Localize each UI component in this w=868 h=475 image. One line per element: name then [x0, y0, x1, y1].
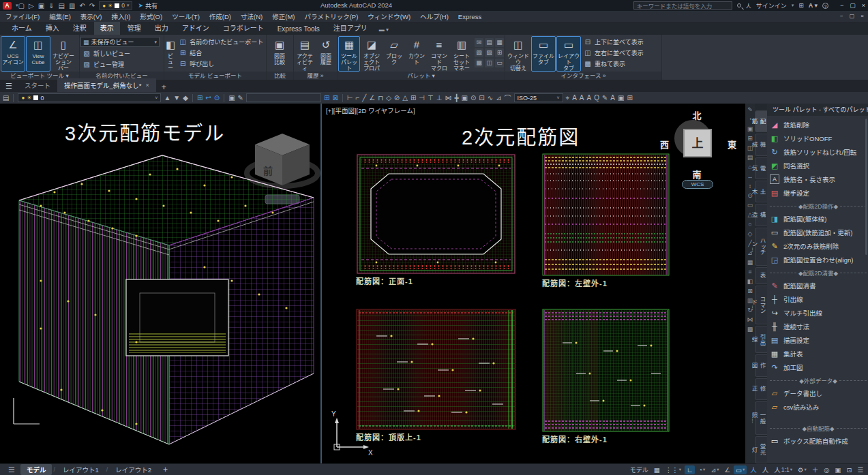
ribbon-button[interactable]: ▧新しいビュー [80, 48, 160, 59]
ribbon-panel-label[interactable]: 履歴 » [294, 72, 337, 80]
dock-icon[interactable]: ▦ [747, 259, 753, 266]
ribbon-button[interactable]: ▨ビュー管理 [80, 59, 160, 70]
dim-style-combo[interactable]: ISO-25˅ [514, 93, 563, 102]
viewcube-east[interactable]: 東 [728, 138, 736, 151]
text-toolbar-icon[interactable]: A [580, 94, 584, 102]
toolbar-icon[interactable]: ↩ [205, 94, 211, 102]
ribbon-mini-icon[interactable]: ▨ [485, 48, 494, 57]
viewport-controls[interactable]: [+][平面図][2D ワイヤフレーム] [326, 106, 415, 115]
block-button[interactable]: ▱ブロック [383, 36, 405, 72]
view-combo[interactable]: ▦未保存のビュー▾ [80, 37, 160, 47]
autoscale-icon[interactable]: 人 [760, 464, 771, 475]
viewcube-top-face[interactable]: 上 [683, 129, 712, 157]
rebar-drawing-top-slab[interactable] [356, 309, 516, 430]
space-tab-モデル[interactable]: モデル [20, 464, 53, 475]
palette-tab-作図[interactable]: 作図 [755, 354, 767, 376]
toolbar-icon[interactable]: ⊙ [214, 94, 220, 102]
menu-item[interactable]: Express [458, 13, 481, 20]
toolbar-icon[interactable]: ▼ [173, 94, 180, 102]
viewcube-west[interactable]: 西 [660, 138, 669, 151]
cart-icon[interactable]: ⊞ [798, 2, 804, 9]
activity-insight-button[interactable]: ▤アクティビティ インサイト [295, 36, 315, 72]
close-icon[interactable]: × [146, 82, 149, 89]
toolbar-icon[interactable]: ◆ [183, 94, 188, 102]
layer-combo[interactable]: ●☀0˅ [18, 93, 161, 102]
palette-tab-蛍光灯[interactable]: 蛍光灯 [755, 436, 767, 463]
menu-item[interactable]: 形式(O) [140, 12, 162, 21]
close-button[interactable]: × [862, 2, 865, 9]
menu-item[interactable]: ツール(T) [172, 12, 200, 21]
tab-管理[interactable]: 管理 [121, 20, 147, 35]
drawing-history-button[interactable]: ↺図面 履歴 [316, 36, 336, 72]
palette-item[interactable]: ✎2次元のみ鉄筋削除 [770, 239, 867, 253]
palette-item[interactable]: ◩同名選択 [770, 159, 867, 172]
clean-screen-icon[interactable]: ⊡ [845, 465, 854, 474]
dock-icon[interactable]: ▭ [747, 202, 753, 209]
dimension-toolbar-icon[interactable]: △ [402, 94, 408, 102]
dock-icon[interactable]: ◧ [747, 278, 753, 285]
file-tab-button[interactable]: ▭ファイル タブ [531, 36, 556, 72]
text-toolbar-icon[interactable]: ✎ [602, 94, 608, 102]
signin-button[interactable]: サインイン [756, 1, 787, 10]
menu-item[interactable]: 作成(D) [209, 12, 231, 21]
ribbon-button[interactable]: ⊟呼び出し [177, 59, 265, 69]
viewport-config-button[interactable]: ◧ビューポート 環境設定 ▾ [165, 36, 176, 72]
dimension-toolbar-icon[interactable]: ∿ [488, 94, 493, 102]
minimize-button[interactable]: − [840, 2, 843, 9]
sheetset-button[interactable]: ▥シート セット マネージャ [451, 36, 473, 72]
ribbon-mini-icon[interactable]: ▭ [495, 59, 504, 67]
space-tab-レイアウト2[interactable]: レイアウト2 [109, 464, 158, 475]
palette-item[interactable]: ▤継手設定 [770, 186, 867, 200]
navbar-button[interactable]: ▯ナビゲーション バー [51, 36, 76, 72]
text-toolbar-icon[interactable]: A [572, 94, 577, 102]
tab-アドイン[interactable]: アドイン [176, 20, 215, 35]
dimension-toolbar-icon[interactable]: ▣ [462, 94, 468, 102]
toolbar-icon[interactable]: ✎ [238, 94, 243, 102]
ortho-mode-icon[interactable]: ∟ [685, 465, 695, 474]
toolbar-icon[interactable]: ▤ [3, 94, 9, 102]
isolate-objects-icon[interactable]: ◎ [822, 465, 831, 474]
viewcube-button[interactable]: ◫View Cube [26, 36, 50, 72]
help-icon[interactable]: ? [822, 3, 828, 9]
text-toolbar-icon[interactable]: Q [594, 94, 599, 102]
grid-display-icon[interactable]: ▦ [652, 465, 662, 474]
ribbon-panel-label[interactable]: パレット ▾ [338, 72, 505, 80]
palette-item[interactable]: ↻鉄筋ソリッドねじれ/回転 [770, 145, 867, 159]
tab-挿入[interactable]: 挿入 [40, 20, 65, 35]
dimension-toolbar-icon[interactable]: ⊢ [347, 94, 353, 102]
menu-item[interactable]: 編集(E) [49, 12, 71, 21]
polar-tracking-icon[interactable]: ◔▾ [696, 465, 707, 474]
palette-item[interactable]: ✎配筋図清書 [770, 279, 867, 292]
add-layout-button[interactable]: + [158, 465, 173, 474]
ribbon-panel-label[interactable]: インタフェース » [505, 72, 661, 80]
ribbon-mini-icon[interactable]: ▩ [475, 59, 483, 67]
text-toolbar-icon[interactable]: ⊞ [627, 94, 632, 102]
tab-表示[interactable]: 表示 [94, 20, 120, 35]
isodraft-icon[interactable]: ⊿▾ [708, 465, 721, 474]
dock-icon[interactable]: ○ [748, 221, 751, 228]
rebar-3d-model[interactable] [0, 104, 320, 463]
ribbon-panel-label[interactable]: モデル ビューポート [164, 72, 266, 80]
palette-tab-修正[interactable]: 修正 [755, 378, 767, 400]
workspace-icon[interactable]: ⚙▾ [796, 465, 809, 474]
share-button[interactable]: ➤ 共有 [138, 1, 158, 10]
dimension-toolbar-icon[interactable]: ◇ [386, 94, 391, 102]
tool-palette-button[interactable]: ▦ツール パレット [338, 36, 360, 72]
ribbon-options-icon[interactable]: ▬ ▾ [375, 25, 393, 35]
drawing-compare-button[interactable]: ▣図面 比較 [267, 36, 292, 72]
file-tab[interactable]: 操作画面モデル_斜角なし*× [57, 78, 156, 92]
palette-item[interactable]: ┼引出線 [770, 292, 867, 306]
dock-icon[interactable]: ⊠ [747, 288, 753, 294]
snap-mode-icon[interactable]: ⋮⋮▾ [663, 465, 683, 474]
palette-tab-土木[interactable]: 土木 [755, 181, 767, 202]
viewcube-north[interactable]: 北 [663, 108, 731, 121]
ribbon-mini-icon[interactable]: ⊞ [495, 48, 504, 57]
chevron-down-icon[interactable]: ▾ [792, 3, 794, 8]
doc-close-button[interactable]: × [860, 13, 864, 19]
search-icon[interactable] [737, 3, 741, 7]
palette-item[interactable]: ▱csv読み込み [770, 400, 867, 414]
palette-item[interactable]: ▭ボックス配筋自動作成 [770, 434, 867, 448]
qat-icon[interactable]: ↷ [89, 2, 95, 10]
toolbar-icon[interactable]: ▣ [228, 94, 235, 102]
menu-item[interactable]: 挿入(I) [111, 12, 130, 21]
